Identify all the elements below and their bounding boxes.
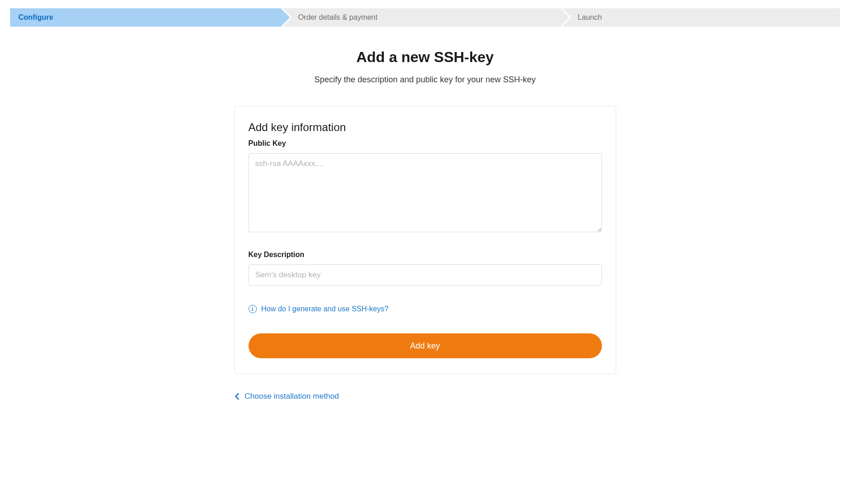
key-description-input[interactable] <box>249 264 602 286</box>
public-key-label: Public Key <box>249 139 602 148</box>
chevron-left-icon <box>234 393 239 400</box>
key-description-label: Key Description <box>249 251 602 259</box>
main-content: Add a new SSH-key Specify the descriptio… <box>225 49 625 402</box>
section-title: Add key information <box>249 121 602 134</box>
add-key-button[interactable]: Add key <box>249 333 602 358</box>
progress-step-label: Launch <box>578 13 602 22</box>
back-link[interactable]: Choose installation method <box>234 392 339 401</box>
help-link[interactable]: i How do I generate and use SSH-keys? <box>249 305 389 313</box>
progress-step-configure[interactable]: Configure <box>10 8 281 27</box>
form-card: Add key information Public Key Key Descr… <box>234 106 616 374</box>
back-link-text: Choose installation method <box>245 392 339 401</box>
progress-step-label: Configure <box>18 13 53 22</box>
spacer <box>249 234 602 251</box>
info-icon: i <box>249 305 257 313</box>
public-key-input[interactable] <box>249 153 602 232</box>
help-link-text: How do I generate and use SSH-keys? <box>261 305 389 313</box>
page-subtitle: Specify the description and public key f… <box>234 75 616 85</box>
progress-step-launch[interactable]: Launch <box>560 8 840 27</box>
progress-step-order-details[interactable]: Order details & payment <box>281 8 561 27</box>
progress-step-label: Order details & payment <box>298 13 378 22</box>
page-title: Add a new SSH-key <box>234 49 616 66</box>
progress-steps: Configure Order details & payment Launch <box>10 8 840 27</box>
